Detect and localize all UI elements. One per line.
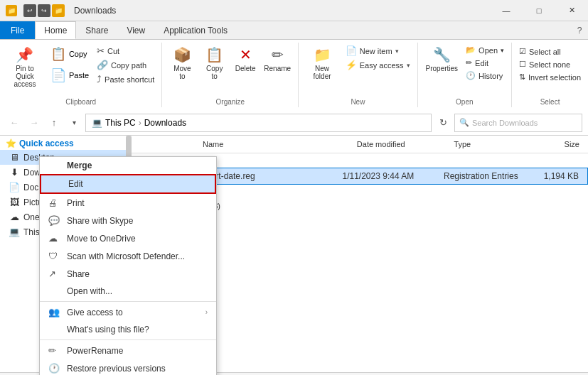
open-group: 🔧 Properties 📂 Open ▾ ✏ Edit 🕐 History: [418, 43, 513, 107]
new-item-icon: 📄: [346, 45, 357, 56]
up-button[interactable]: ↑: [46, 114, 63, 131]
quick-access-icon: ⭐: [6, 138, 16, 148]
select-all-label: Select all: [529, 48, 561, 56]
sidebar-quick-access[interactable]: ⭐ Quick access: [0, 136, 131, 150]
col-date[interactable]: Date modified: [351, 138, 449, 150]
ctx-share-skype[interactable]: 💬 Share with Skype: [40, 212, 216, 229]
ctx-power-rename[interactable]: ✏ PowerRename: [40, 342, 216, 359]
ctx-sep-1: [40, 301, 216, 302]
copy-to-icon: 📋: [205, 46, 223, 63]
recent-locations-button[interactable]: ▾: [65, 114, 82, 131]
search-box[interactable]: 🔍 Search Downloads: [454, 114, 582, 132]
new-item-arrow: ▾: [395, 48, 399, 55]
ctx-onedrive-label: Move to OneDrive: [67, 234, 208, 244]
title-bar: 📁 ↩ ↪ 📁 Downloads — □ ✕: [0, 0, 588, 21]
select-none-button[interactable]: ☐ Select none: [516, 58, 584, 70]
ctx-whats-using[interactable]: What's using this file?: [40, 321, 216, 338]
history-label: History: [479, 72, 503, 80]
app-icon: 📁: [6, 5, 17, 16]
quick-btn-2[interactable]: ↪: [38, 4, 50, 17]
new-folder-button[interactable]: 📁 New folder: [303, 44, 341, 82]
rename-button[interactable]: ✏ Rename: [261, 44, 294, 75]
invert-selection-button[interactable]: ⇅ Invert selection: [516, 71, 584, 83]
pin-icon: 📌: [16, 46, 33, 63]
tab-application-tools[interactable]: Application Tools: [154, 21, 237, 39]
context-menu: Merge Edit 🖨 Print 💬 Share with Skype ☁ …: [39, 156, 217, 375]
new-items: 📁 New folder 📄 New item ▾ ⚡ Easy access …: [303, 43, 412, 94]
rename-label: Rename: [264, 65, 291, 72]
tab-home[interactable]: Home: [35, 21, 76, 39]
pin-quick-access-button[interactable]: 📌 Pin to Quickaccess: [4, 44, 46, 90]
downloads-icon: ⬇: [9, 167, 20, 178]
paste-shortcut-button[interactable]: ⤴ Paste shortcut: [94, 72, 157, 86]
close-button[interactable]: ✕: [555, 0, 588, 21]
select-all-button[interactable]: ☑ Select all: [516, 45, 584, 58]
open-button[interactable]: 📂 Open ▾: [463, 44, 507, 56]
ctx-share-label: Share: [67, 269, 208, 279]
ctx-merge[interactable]: Merge: [40, 157, 216, 174]
ctx-print[interactable]: 🖨 Print: [40, 194, 216, 212]
move-to-label: Move to: [170, 65, 194, 80]
ctx-restore-versions[interactable]: 🕐 Restore previous versions: [40, 359, 216, 375]
address-path[interactable]: 💻 This PC › Downloads: [85, 114, 432, 132]
move-to-icon: 📦: [173, 46, 191, 63]
tab-file[interactable]: File: [0, 21, 35, 39]
copy-to-label: Copy to: [203, 65, 226, 80]
tab-view[interactable]: View: [117, 21, 154, 39]
ctx-give-access[interactable]: 👥 Give access to ›: [40, 303, 216, 321]
col-name[interactable]: Name: [167, 138, 351, 150]
ctx-sep-2: [40, 339, 216, 340]
edit-ribbon-button[interactable]: ✏ Edit: [463, 57, 507, 69]
path-downloads: Downloads: [144, 118, 186, 128]
easy-access-icon: ⚡: [346, 60, 357, 70]
paste-shortcut-icon: ⤴: [97, 74, 102, 85]
copy-button[interactable]: 📋 Copy: [47, 44, 92, 64]
paste-label: Paste: [69, 71, 89, 80]
path-separator-1: ›: [139, 118, 141, 128]
ctx-access-arrow: ›: [205, 308, 208, 316]
ctx-defender-icon: 🛡: [48, 251, 61, 261]
history-button[interactable]: 🕐 History: [463, 70, 507, 82]
col-size[interactable]: Size: [531, 138, 588, 150]
path-this-pc: This PC: [105, 118, 136, 128]
new-folder-label: New folder: [306, 65, 338, 80]
ctx-access-label: Give access to: [67, 308, 200, 317]
forward-button[interactable]: →: [26, 114, 43, 131]
copy-to-button[interactable]: 📋 Copy to: [199, 44, 230, 82]
copy-path-button[interactable]: 🔗 Copy path: [94, 58, 157, 72]
organize-items: 📦 Move to 📋 Copy to ✕ Delete ✏ Rename: [166, 43, 294, 94]
ctx-move-onedrive[interactable]: ☁ Move to OneDrive: [40, 229, 216, 247]
paste-button[interactable]: 📄 Paste: [47, 65, 92, 85]
address-bar: ← → ↑ ▾ 💻 This PC › Downloads ↻ 🔍 Search…: [0, 110, 588, 136]
new-item-button[interactable]: 📄 New item ▾: [343, 44, 413, 58]
cut-icon: ✂: [97, 45, 105, 56]
select-items: ☑ Select all ☐ Select none ⇅ Invert sele…: [516, 43, 584, 93]
maximize-button[interactable]: □: [523, 0, 555, 21]
ctx-scan-defender[interactable]: 🛡 Scan with Microsoft Defender...: [40, 247, 216, 265]
edit-icon: ✏: [466, 58, 472, 67]
ribbon-help-btn[interactable]: ?: [571, 21, 588, 39]
quick-btn-1[interactable]: ↩: [23, 4, 36, 17]
col-type[interactable]: Type: [448, 138, 530, 150]
move-to-button[interactable]: 📦 Move to: [166, 44, 198, 82]
search-icon: 🔍: [459, 118, 469, 127]
desktop-icon: 🖥: [9, 152, 20, 163]
ctx-edit[interactable]: Edit: [40, 174, 216, 194]
ctx-open-with[interactable]: Open with...: [40, 283, 216, 300]
easy-access-arrow: ▾: [407, 62, 410, 69]
select-none-icon: ☐: [519, 60, 526, 69]
easy-access-button[interactable]: ⚡ Easy access ▾: [343, 58, 413, 72]
cut-button[interactable]: ✂ Cut: [94, 44, 157, 58]
tab-share[interactable]: Share: [76, 21, 117, 39]
ctx-share[interactable]: ↗ Share: [40, 265, 216, 283]
easy-access-label: Easy access: [360, 61, 404, 70]
delete-button[interactable]: ✕ Delete: [231, 44, 260, 75]
copy-icon: 📋: [50, 46, 66, 62]
clipboard-label: Clipboard: [0, 98, 161, 106]
minimize-button[interactable]: —: [490, 0, 523, 21]
back-button[interactable]: ←: [6, 114, 23, 131]
ctx-edit-label: Edit: [68, 179, 206, 189]
quick-btn-3[interactable]: 📁: [52, 4, 65, 17]
refresh-button[interactable]: ↻: [434, 114, 451, 131]
properties-button[interactable]: 🔧 Properties: [422, 44, 462, 75]
